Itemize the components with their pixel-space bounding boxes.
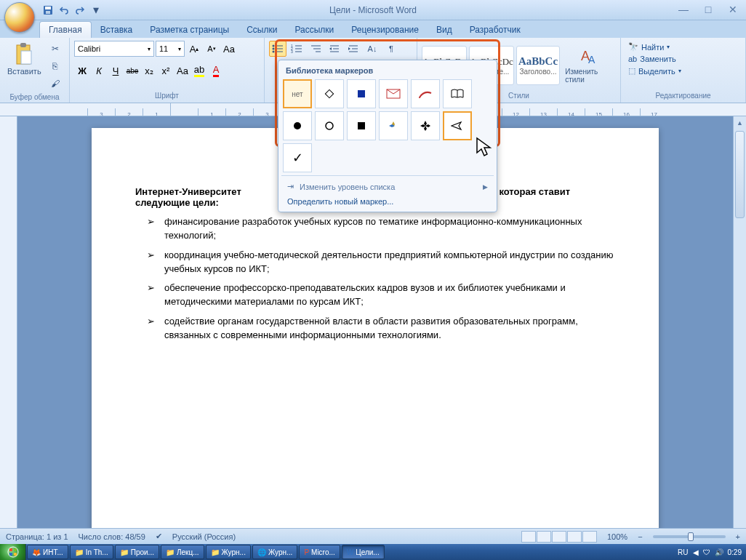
underline-button[interactable]: Ч: [108, 63, 124, 79]
bullet-4diamond[interactable]: [379, 111, 408, 140]
svg-text:A: A: [588, 54, 595, 65]
spell-check-icon[interactable]: ✔: [156, 532, 162, 541]
page-status[interactable]: Страница: 1 из 1: [6, 532, 68, 541]
select-button[interactable]: ⬚Выделить▾: [625, 65, 684, 77]
font-size-combo[interactable]: 11▾: [156, 41, 185, 57]
svg-rect-31: [14, 548, 17, 551]
zoom-slider[interactable]: [653, 535, 726, 538]
superscript-button[interactable]: x²: [158, 63, 174, 79]
vertical-ruler[interactable]: [0, 116, 17, 544]
bullet-envelope[interactable]: [379, 79, 408, 108]
language-indicator[interactable]: RU: [678, 548, 688, 556]
tab-page-layout[interactable]: Разметка страницы: [141, 22, 238, 38]
tab-references[interactable]: Ссылки: [238, 22, 286, 38]
bullet-square-black[interactable]: [347, 111, 376, 140]
multilevel-button[interactable]: [307, 41, 324, 57]
font-name-combo[interactable]: Calibri▾: [74, 41, 154, 57]
cut-icon[interactable]: ✂: [47, 41, 63, 57]
vertical-scrollbar[interactable]: ▲ ▼: [733, 116, 746, 544]
svg-rect-4: [20, 43, 26, 47]
web-layout-view[interactable]: [552, 531, 566, 543]
zoom-level[interactable]: 100%: [607, 532, 627, 541]
outline-view[interactable]: [567, 531, 582, 543]
word-count[interactable]: Число слов: 48/59: [79, 532, 145, 541]
copy-icon[interactable]: ⎘: [47, 58, 63, 74]
list-item: финансирование разработок учебных курсов…: [164, 215, 615, 243]
bullet-diamond[interactable]: [315, 79, 344, 108]
group-font: Calibri▾ 11▾ A▴ A▾ Aa Ж К Ч abe x₂ x² Aa…: [70, 38, 265, 103]
tab-view[interactable]: Вид: [428, 22, 461, 38]
qat-dropdown-icon[interactable]: ▾: [89, 3, 103, 17]
italic-button[interactable]: К: [91, 63, 107, 79]
font-color-icon[interactable]: A: [208, 63, 224, 79]
highlight-color-icon[interactable]: ab: [191, 63, 207, 79]
taskbar-item[interactable]: 📁Лекц...: [161, 545, 204, 559]
bullet-pen[interactable]: [411, 79, 440, 108]
redo-icon[interactable]: [73, 3, 87, 17]
svg-rect-30: [9, 548, 12, 551]
svg-rect-33: [14, 553, 17, 556]
format-painter-icon[interactable]: 🖌: [47, 76, 63, 92]
taskbar-item[interactable]: 📁Журн...: [206, 545, 251, 559]
taskbar-item[interactable]: 📁Прои...: [115, 545, 159, 559]
zoom-in-icon[interactable]: +: [736, 532, 740, 541]
bullet-book[interactable]: [443, 79, 472, 108]
bullet-disc[interactable]: [283, 111, 312, 140]
shrink-font-icon[interactable]: A▾: [204, 41, 220, 57]
tray-icon[interactable]: ◀: [693, 548, 699, 556]
taskbar-item[interactable]: PMicro...: [299, 545, 340, 559]
clock[interactable]: 0:29: [728, 548, 742, 556]
change-styles-button[interactable]: AA Изменить стили: [562, 46, 616, 85]
minimize-button[interactable]: —: [675, 3, 692, 16]
replace-button[interactable]: abЗаменить: [625, 53, 679, 65]
bullet-checkmark[interactable]: ✓: [283, 143, 312, 172]
change-case-button[interactable]: Aa: [175, 63, 190, 79]
bullet-4dots[interactable]: [411, 111, 440, 140]
tab-insert[interactable]: Вставка: [92, 22, 142, 38]
show-marks-icon[interactable]: ¶: [382, 41, 400, 57]
define-new-bullet[interactable]: Определить новый маркер...: [281, 194, 494, 209]
tab-mailings[interactable]: Рассылки: [286, 22, 342, 38]
volume-icon[interactable]: 🔊: [715, 548, 723, 556]
scroll-up-icon[interactable]: ▲: [734, 116, 746, 129]
office-button[interactable]: [4, 2, 35, 33]
bullet-none[interactable]: нет: [283, 79, 312, 108]
tab-review[interactable]: Рецензирование: [342, 22, 428, 38]
close-button[interactable]: ✕: [724, 3, 742, 16]
taskbar-item[interactable]: WЦели...: [342, 545, 385, 559]
zoom-out-icon[interactable]: −: [638, 532, 642, 541]
start-button[interactable]: [0, 544, 26, 560]
maximize-button[interactable]: □: [699, 3, 717, 16]
increase-indent-icon[interactable]: [345, 41, 362, 57]
bold-button[interactable]: Ж: [74, 63, 90, 79]
bullet-square-blue[interactable]: [347, 79, 376, 108]
grow-font-icon[interactable]: A▴: [186, 41, 202, 57]
strike-button[interactable]: abe: [124, 63, 140, 79]
decrease-indent-icon[interactable]: [326, 41, 343, 57]
style-heading1[interactable]: AaBbCcЗаголово...: [516, 46, 560, 85]
scroll-thumb[interactable]: [735, 131, 745, 218]
full-screen-view[interactable]: [537, 531, 551, 543]
bullet-circle[interactable]: [315, 111, 344, 140]
paste-button[interactable]: Вставить: [4, 41, 44, 77]
draft-view[interactable]: [582, 531, 597, 543]
taskbar-item[interactable]: 📁In Th...: [70, 545, 113, 559]
numbering-button[interactable]: 123: [288, 41, 305, 57]
sort-icon[interactable]: A↓: [364, 41, 381, 57]
find-button[interactable]: 🔭Найти▾: [625, 41, 673, 53]
bullet-arrow[interactable]: [443, 111, 472, 140]
tab-home[interactable]: Главная: [39, 21, 92, 38]
svg-rect-32: [9, 553, 12, 556]
bullets-button[interactable]: [269, 41, 286, 57]
tab-developer[interactable]: Разработчик: [461, 22, 529, 38]
view-buttons: [521, 531, 597, 543]
subscript-button[interactable]: x₂: [141, 63, 157, 79]
save-icon[interactable]: [41, 3, 55, 17]
taskbar-item[interactable]: 🌐Журн...: [252, 545, 297, 559]
language-status[interactable]: Русский (Россия): [172, 532, 236, 541]
tray-icon[interactable]: 🛡: [703, 548, 710, 556]
taskbar-item[interactable]: 🦊ИНТ...: [27, 545, 68, 559]
print-layout-view[interactable]: [521, 531, 536, 543]
clear-format-icon[interactable]: Aa: [221, 41, 237, 57]
undo-icon[interactable]: [57, 3, 71, 17]
